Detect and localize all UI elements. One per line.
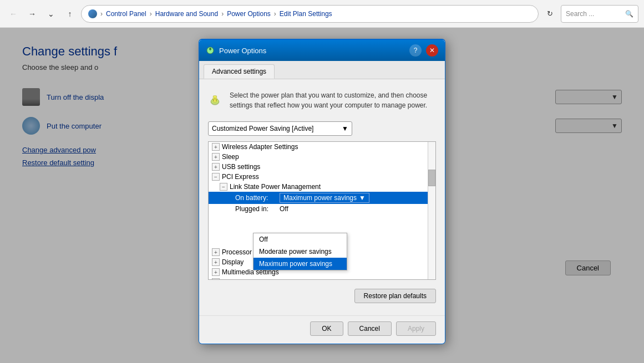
dialog-intro-text: Select the power plan that you want to c… — [230, 90, 436, 110]
on-battery-dropdown-icon: ▼ — [359, 194, 366, 202]
wireless-expand-icon[interactable]: + — [212, 143, 220, 151]
processor-expand-icon[interactable]: + — [212, 248, 220, 256]
link-state-expand-icon[interactable]: − — [220, 183, 227, 191]
tree-usb[interactable]: + USB settings — [209, 162, 435, 172]
power-options-dialog: Power Options ? ✕ Advanced settings — [199, 39, 445, 344]
forward-button[interactable]: → — [24, 6, 40, 22]
tree-on-battery-row[interactable]: On battery: Maximum power savings ▼ — [209, 192, 435, 204]
wireless-label: Wireless Adapter Settings — [222, 143, 298, 151]
battery-dropdown-popup: Off Moderate power savings Maximum power… — [253, 233, 347, 270]
tree-plugged-in-row[interactable]: Plugged in: Off — [209, 204, 435, 214]
back-button[interactable]: ← — [6, 6, 21, 22]
power-icon — [208, 87, 222, 114]
breadcrumb-sep-4: › — [274, 10, 276, 18]
dialog-close-button[interactable]: ✕ — [426, 44, 438, 57]
dialog-overlay: Power Options ? ✕ Advanced settings — [0, 28, 644, 363]
dialog-tabs: Advanced settings — [199, 61, 445, 79]
plugged-in-label: Plugged in: — [235, 205, 280, 213]
tab-advanced-settings[interactable]: Advanced settings — [204, 64, 275, 79]
breadcrumb-power[interactable]: Power Options — [227, 10, 271, 18]
browser-bar: ← → ⌄ ↑ › Control Panel › Hardware and S… — [0, 0, 644, 28]
dropdown-button[interactable]: ⌄ — [43, 6, 59, 22]
on-battery-value-text: Maximum power savings — [283, 194, 357, 202]
sleep-label: Sleep — [222, 153, 239, 161]
breadcrumb-sep-1: › — [100, 10, 103, 18]
main-content: Change settings f Choose the sleep and o… — [0, 28, 644, 363]
breadcrumb-edit[interactable]: Edit Plan Settings — [280, 10, 332, 18]
apply-button[interactable]: Apply — [396, 321, 436, 336]
tree-wireless[interactable]: + Wireless Adapter Settings — [209, 142, 435, 152]
tree-amd[interactable]: + AMD Power Slider — [209, 277, 435, 280]
dialog-titlebar: Power Options ? ✕ — [199, 40, 445, 61]
cancel-button[interactable]: Cancel — [348, 321, 392, 336]
refresh-button[interactable]: ↻ — [542, 6, 557, 22]
dialog-title-text: Power Options — [219, 47, 405, 55]
tree-scrollbar[interactable] — [428, 142, 435, 279]
usb-label: USB settings — [222, 163, 260, 171]
dialog-help-button[interactable]: ? — [409, 44, 422, 57]
multimedia-expand-icon[interactable]: + — [212, 268, 220, 276]
option-off[interactable]: Off — [253, 233, 347, 246]
breadcrumb-sep-2: › — [150, 10, 152, 18]
on-battery-value-btn[interactable]: Maximum power savings ▼ — [280, 193, 369, 203]
dialog-footer: OK Cancel Apply — [199, 315, 445, 344]
tree-sleep[interactable]: + Sleep — [209, 152, 435, 162]
dialog-intro: Select the power plan that you want to c… — [208, 87, 436, 114]
usb-expand-icon[interactable]: + — [212, 163, 220, 171]
scrollbar-thumb[interactable] — [428, 170, 435, 186]
option-moderate[interactable]: Moderate power savings — [253, 246, 347, 258]
breadcrumb-icon — [88, 9, 97, 18]
plan-dropdown-value: Customized Power Saving [Active] — [212, 125, 313, 132]
restore-btn-row: Restore plan defaults — [208, 284, 436, 303]
breadcrumb-control-panel[interactable]: Control Panel — [106, 10, 146, 18]
plan-dropdown-arrow: ▼ — [342, 125, 348, 132]
pci-label: PCI Express — [222, 173, 259, 181]
sleep-expand-icon[interactable]: + — [212, 153, 220, 161]
tree-pci[interactable]: − PCI Express — [209, 172, 435, 182]
address-bar: › Control Panel › Hardware and Sound › P… — [81, 5, 539, 23]
search-icon: 🔍 — [625, 10, 633, 18]
restore-plan-defaults-button[interactable]: Restore plan defaults — [354, 289, 436, 303]
dialog-body: Select the power plan that you want to c… — [199, 79, 445, 311]
plan-dropdown[interactable]: Customized Power Saving [Active] ▼ — [208, 121, 352, 136]
breadcrumb-hardware[interactable]: Hardware and Sound — [155, 10, 218, 18]
settings-tree: + Wireless Adapter Settings + Sleep + US… — [208, 141, 436, 280]
search-text: Search ... — [566, 10, 594, 18]
ok-button[interactable]: OK — [310, 321, 343, 336]
on-battery-label: On battery: — [235, 194, 280, 202]
search-box[interactable]: Search ... 🔍 — [561, 5, 638, 23]
up-button[interactable]: ↑ — [62, 6, 78, 22]
amd-label: AMD Power Slider — [222, 278, 276, 280]
display-expand-icon[interactable]: + — [212, 258, 220, 266]
link-state-label: Link State Power Management — [230, 183, 321, 191]
display-tree-label: Display — [222, 258, 244, 266]
power-options-title-icon — [206, 46, 215, 55]
plugged-in-value: Off — [280, 205, 288, 213]
breadcrumb-sep-3: › — [221, 10, 224, 18]
amd-expand-icon[interactable]: + — [212, 278, 220, 280]
option-maximum[interactable]: Maximum power savings — [253, 258, 347, 270]
pci-expand-icon[interactable]: − — [212, 173, 220, 181]
tree-link-state[interactable]: − Link State Power Management — [209, 182, 435, 192]
